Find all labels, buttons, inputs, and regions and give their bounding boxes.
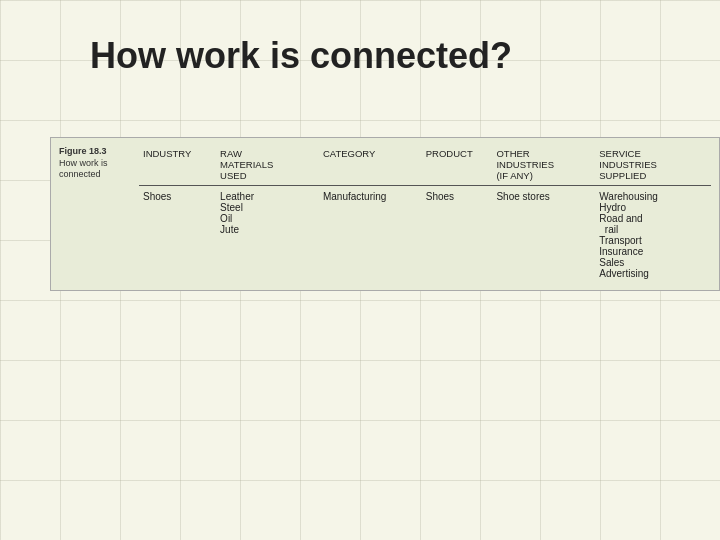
header-industry: INDUSTRY [139, 146, 216, 186]
header-other-industries: OTHERINDUSTRIES(IF ANY) [492, 146, 595, 186]
cell-product: Shoes [422, 186, 493, 283]
table-row: Shoes LeatherSteelOilJute Manufacturing … [139, 186, 711, 283]
figure-body: How work is connected [59, 158, 133, 181]
table-header-row: INDUSTRY RAWMATERIALSUSED CATEGORY PRODU… [139, 146, 711, 186]
cell-industry: Shoes [139, 186, 216, 283]
header-category: CATEGORY [319, 146, 422, 186]
header-raw-materials: RAWMATERIALSUSED [216, 146, 319, 186]
page-title: How work is connected? [90, 35, 690, 77]
header-product: PRODUCT [422, 146, 493, 186]
cell-category: Manufacturing [319, 186, 422, 283]
table-wrapper: INDUSTRY RAWMATERIALSUSED CATEGORY PRODU… [139, 146, 711, 282]
data-table: INDUSTRY RAWMATERIALSUSED CATEGORY PRODU… [139, 146, 711, 282]
figure-container: Figure 18.3 How work is connected INDUST… [50, 137, 720, 291]
cell-service-industries: WarehousingHydroRoad and railTransportIn… [595, 186, 711, 283]
cell-raw-materials: LeatherSteelOilJute [216, 186, 319, 283]
cell-other-industries: Shoe stores [492, 186, 595, 283]
page-content: How work is connected? Figure 18.3 How w… [0, 0, 720, 311]
header-service-industries: SERVICEINDUSTRIESSUPPLIED [595, 146, 711, 186]
figure-caption: Figure 18.3 How work is connected [59, 146, 139, 282]
figure-title: Figure 18.3 [59, 146, 133, 158]
